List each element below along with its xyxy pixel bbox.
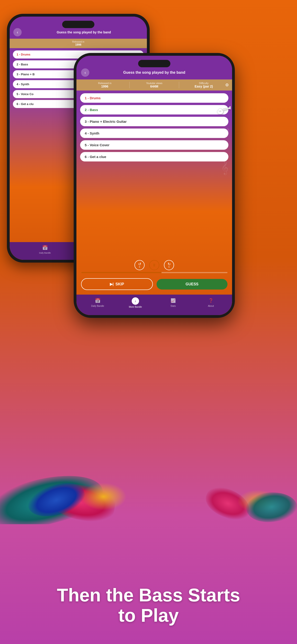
svg-point-2 [220,110,221,112]
back-released-value: 1996 [12,43,144,46]
screen-front-content: ‹ Guess the song played by the band Rele… [76,56,232,315]
front-stats-icon: 📈 [170,297,176,304]
front-difficulty-info: Difficulty Easy (par 2) ⚙ [179,82,228,88]
front-views-label: Youtube views [130,82,179,84]
guess-label: GUESS [186,282,198,286]
back-header-title: Guess the song played by the band [24,30,143,34]
front-header: ‹ Guess the song played by the band [76,56,232,80]
back-arrow-icon: ‹ [17,30,18,35]
back-track-6-label: 6 - Get a clu [16,102,34,106]
front-bottom-nav: 📅 Daily Bandle ♪ More Bandle 📈 Stats ❓ A… [76,294,232,315]
front-track-2-label: 2 - Bass [85,108,98,112]
splash-yellow [80,483,127,510]
front-phone-screen: ‹ Guess the song played by the band Rele… [76,56,232,315]
back-info-bar: Released in 1996 [10,39,147,48]
forward-label: 5 [168,266,170,268]
front-nav-about[interactable]: ❓ About [192,297,230,308]
back-daily-label: Daily Bandle [39,252,51,254]
front-track-list: ♪ ♩ 𝄞 1 - Drums 2 - Bass [76,90,232,257]
front-track-4[interactable]: 4 - Synth [80,128,228,138]
skip-play-icon: ▶| [110,282,114,286]
back-track-4-label: 4 - Synth [16,82,29,86]
action-buttons: ▶| SKIP GUESS [76,276,232,294]
front-track-5-label: 5 - Voice Cover [85,143,109,147]
back-track-1-label: 1 - Drums [16,53,30,56]
bottom-tagline: Then the Bass Starts to Play [0,585,297,626]
front-track-6[interactable]: 6 - Get a clue [80,152,228,162]
front-header-title: Guess the song played by the band [92,70,216,75]
front-more-icon: ♪ [132,297,139,305]
forward-button[interactable]: ↻ 5 [164,260,174,270]
progress-fill [81,272,162,273]
forward-icon: ↻ [168,262,170,266]
svg-rect-3 [222,107,230,110]
front-about-icon: ❓ [208,297,214,304]
rewind-button[interactable]: ↺ 5 [134,260,144,270]
svg-point-9 [229,108,230,110]
front-track-1-label: 1 - Drums [85,96,100,100]
front-info-bar: Released in 1996 Youtube views 644M Diff… [76,80,232,90]
pause-button[interactable]: ⏸ [149,260,159,270]
front-stats-label: Stats [170,305,176,307]
front-track-1[interactable]: 1 - Drums [80,93,228,103]
front-views-value: 644M [130,84,179,88]
front-nav-more[interactable]: ♪ More Bandle [116,297,154,308]
front-track-6-label: 6 - Get a clue [85,155,106,159]
front-daily-label: Daily Bandle [91,305,104,307]
front-nav-daily[interactable]: 📅 Daily Bandle [79,297,116,308]
front-difficulty-value: Easy (par 2) [194,84,213,88]
front-back-button[interactable]: ‹ [81,68,89,77]
front-track-4-label: 4 - Synth [85,131,99,135]
skip-button[interactable]: ▶| SKIP [81,278,153,290]
player-controls: ↺ 5 ⏸ ↻ 5 [76,257,232,272]
progress-bar [81,272,228,273]
back-daily-icon: 📅 [42,244,48,251]
back-track-5-label: 5 - Voice Co [16,92,34,96]
back-button[interactable]: ‹ [13,28,22,36]
front-nav-stats[interactable]: 📈 Stats [154,297,192,308]
front-more-label: More Bandle [129,306,142,308]
phone-notch-front [138,60,170,67]
front-track-2[interactable]: 2 - Bass [80,105,228,114]
back-nav-daily[interactable]: 📅 Daily Bandle [12,244,78,254]
bottom-text-line2: to Play [118,605,179,626]
front-released-info: Released in 1996 [80,82,130,88]
front-track-3[interactable]: 3 - Piano + Electric Guitar [80,117,228,126]
front-released-label: Released in [80,82,130,84]
front-back-arrow-icon: ‹ [84,70,86,75]
rewind-label: 5 [139,266,140,268]
front-views-info: Youtube views 644M [130,82,179,88]
back-track-2-label: 2 - Bass [16,63,28,66]
back-released-label: Released in [12,40,144,43]
front-track-3-label: 3 - Piano + Electric Guitar [85,120,127,124]
skip-label: SKIP [116,282,124,286]
front-difficulty-label: Difficulty [199,82,208,84]
front-track-5[interactable]: 5 - Voice Cover [80,140,228,150]
front-released-value: 1996 [80,84,130,88]
phone-front: ‹ Guess the song played by the band Rele… [74,53,235,318]
phone-notch-back [62,21,94,28]
progress-container[interactable] [76,272,232,276]
guess-button[interactable]: GUESS [156,279,228,290]
settings-button[interactable]: ⚙ [224,82,230,88]
rewind-icon: ↺ [138,262,141,266]
front-about-label: About [208,305,214,307]
paint-splash-container [0,455,297,524]
pause-icon: ⏸ [152,263,156,268]
front-daily-icon: 📅 [94,297,101,304]
bottom-text-line1: Then the Bass Starts [57,585,240,605]
back-track-3-label: 3 - Piano + B [16,72,34,76]
guitar-icon [216,104,232,116]
back-released-info: Released in 1996 [12,40,144,46]
